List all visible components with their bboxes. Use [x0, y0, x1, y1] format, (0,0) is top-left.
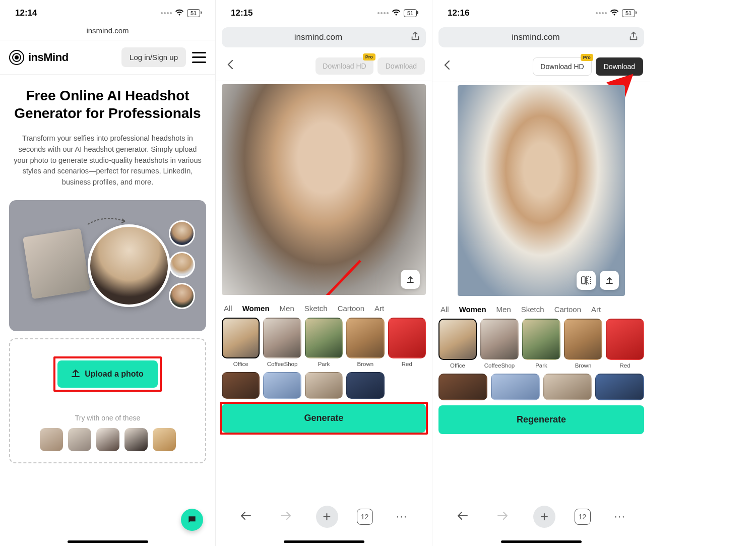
style-red[interactable]: Red — [388, 318, 426, 367]
annotation-arrow — [249, 256, 365, 295]
style-coffeeshop[interactable]: CoffeeShop — [263, 318, 301, 367]
style-item[interactable] — [222, 372, 260, 399]
style-item[interactable] — [346, 372, 384, 399]
logo[interactable]: insMind — [9, 50, 69, 65]
highlight-box — [220, 402, 428, 435]
download-button[interactable]: Download — [377, 57, 425, 75]
tab-men[interactable]: Men — [280, 304, 294, 313]
tab-all[interactable]: All — [440, 305, 449, 314]
tab-art[interactable]: Art — [374, 304, 384, 313]
style-brown[interactable]: Brown — [346, 318, 384, 367]
regenerate-button[interactable]: Regenerate — [438, 405, 644, 434]
back-button[interactable] — [439, 58, 455, 75]
sample-photo[interactable] — [124, 428, 148, 451]
download-hd-button[interactable]: Download HD Pro — [316, 57, 373, 75]
try-samples-label: Try with one of these — [19, 414, 196, 422]
status-time: 12:14 — [15, 8, 37, 18]
logo-text: insMind — [28, 51, 69, 64]
hero-title: Free Online AI Headshot Generator for Pr… — [9, 87, 206, 122]
status-indicators: 51 — [161, 9, 200, 18]
style-item[interactable] — [305, 372, 343, 399]
headshot-circle — [88, 224, 170, 307]
svg-line-0 — [257, 261, 360, 295]
browser-toolbar: + 12 ●●● — [432, 500, 650, 534]
style-office[interactable]: Office — [222, 318, 260, 367]
status-time: 12:16 — [448, 8, 469, 18]
url-bar[interactable]: insmind.com — [222, 27, 426, 47]
tabs-count-button[interactable]: 12 — [357, 509, 373, 525]
wifi-icon — [175, 9, 184, 18]
mini-headshot — [169, 220, 195, 247]
menu-icon[interactable] — [192, 52, 206, 63]
logo-icon — [9, 50, 24, 65]
style-brown[interactable]: Brown — [564, 319, 602, 369]
tabs-count-button[interactable]: 12 — [575, 509, 591, 525]
tab-cartoon[interactable]: Cartoon — [338, 304, 364, 313]
tab-women[interactable]: Women — [242, 304, 270, 313]
upload-replace-button[interactable] — [600, 271, 619, 290]
upload-dropzone[interactable]: Upload a photo Try with one of these — [9, 338, 206, 463]
status-time: 12:15 — [231, 8, 253, 18]
mini-headshot — [169, 283, 195, 309]
pro-badge: Pro — [363, 53, 375, 60]
url-bar[interactable]: insmind.com — [438, 27, 644, 47]
tab-women[interactable]: Women — [459, 305, 486, 314]
status-indicators: 51 — [377, 9, 417, 18]
tab-cartoon[interactable]: Cartoon — [554, 305, 581, 314]
compare-button[interactable] — [577, 271, 596, 290]
main-photo — [458, 85, 625, 296]
new-tab-button[interactable]: + — [316, 506, 338, 528]
sample-photo[interactable] — [153, 428, 176, 451]
style-red[interactable]: Red — [606, 319, 644, 369]
style-item[interactable] — [263, 372, 301, 399]
status-bar: 12:14 51 — [0, 0, 215, 22]
browser-forward-button[interactable] — [492, 506, 514, 528]
wifi-icon — [392, 9, 401, 18]
status-bar: 12:15 51 — [216, 0, 432, 22]
browser-more-button[interactable]: ●●● — [609, 506, 632, 528]
style-item[interactable] — [543, 374, 592, 400]
home-indicator — [68, 540, 148, 543]
upload-replace-button[interactable] — [401, 270, 420, 289]
home-indicator — [501, 540, 582, 543]
login-signup-button[interactable]: Log in/Sign up — [121, 47, 186, 67]
style-item[interactable] — [491, 374, 540, 400]
sample-photo[interactable] — [68, 428, 91, 451]
category-tabs: All Women Men Sketch Cartoon Art — [432, 296, 650, 319]
download-button[interactable]: Download — [596, 57, 643, 76]
browser-back-button[interactable] — [234, 506, 257, 528]
svg-rect-2 — [582, 277, 585, 284]
browser-forward-button[interactable] — [275, 506, 297, 528]
hero-description: Transform your selfies into professional… — [9, 133, 206, 188]
category-tabs: All Women Men Sketch Cartoon Art — [216, 295, 432, 318]
tab-all[interactable]: All — [224, 304, 232, 313]
url-bar[interactable]: insmind.com — [0, 22, 215, 40]
home-indicator — [284, 540, 364, 543]
share-icon[interactable] — [410, 31, 421, 44]
chat-support-button[interactable] — [181, 509, 203, 531]
tab-art[interactable]: Art — [591, 305, 601, 314]
app-header: insMind Log in/Sign up — [0, 40, 215, 75]
browser-back-button[interactable] — [451, 506, 473, 528]
style-park[interactable]: Park — [305, 318, 343, 367]
status-indicators: 51 — [596, 9, 635, 18]
new-tab-button[interactable]: + — [533, 506, 555, 528]
style-item[interactable] — [438, 374, 487, 400]
highlight-box — [53, 356, 161, 392]
tab-men[interactable]: Men — [496, 305, 511, 314]
style-park[interactable]: Park — [522, 319, 560, 369]
sample-photo[interactable] — [96, 428, 119, 451]
browser-more-button[interactable]: ●●● — [392, 506, 414, 528]
battery-level: 51 — [187, 9, 200, 17]
style-item[interactable] — [595, 374, 644, 400]
share-icon[interactable] — [628, 31, 639, 44]
sample-photo[interactable] — [40, 428, 63, 451]
tab-sketch[interactable]: Sketch — [304, 304, 328, 313]
back-button[interactable] — [223, 57, 238, 75]
status-bar: 12:16 51 — [432, 0, 650, 22]
style-coffeeshop[interactable]: CoffeeShop — [480, 319, 519, 369]
tab-sketch[interactable]: Sketch — [521, 305, 544, 314]
style-office[interactable]: Office — [438, 319, 477, 369]
mini-headshot — [169, 252, 195, 278]
download-hd-button[interactable]: Download HD Pro — [533, 57, 591, 76]
